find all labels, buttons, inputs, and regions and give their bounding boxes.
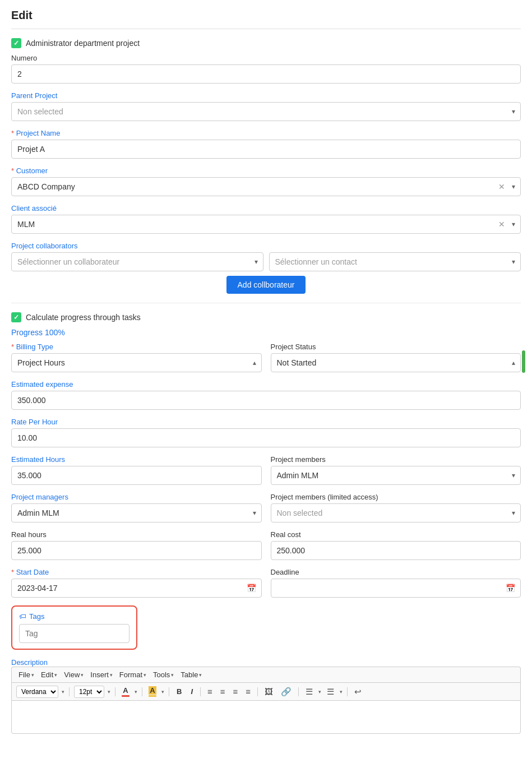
font-family-select[interactable]: Verdana (16, 686, 58, 698)
chevron-down-icon: ▾ (62, 689, 64, 695)
start-date-input[interactable] (11, 579, 262, 598)
parent-project-select[interactable]: Non selected (11, 102, 521, 121)
numero-input[interactable] (11, 64, 521, 84)
highlight-color-label: A (149, 686, 156, 695)
project-members-limited-select[interactable]: Non selected (271, 503, 521, 522)
align-left-button[interactable]: ≡ (205, 686, 215, 697)
project-managers-select-wrapper: Admin MLM ▾ (11, 503, 262, 522)
description-label: Description (11, 658, 48, 667)
chevron-down-icon: ▾ (108, 689, 110, 695)
billing-type-group: Billing Type Project Hours ▴ (11, 343, 262, 372)
project-name-label: Project Name (11, 129, 521, 137)
real-cost-label: Real cost (271, 530, 521, 539)
project-name-input[interactable] (11, 140, 521, 159)
admin-checkbox-row[interactable]: Administrator department project (11, 38, 521, 48)
toolbar-separator (169, 687, 169, 696)
billing-status-row: Billing Type Project Hours ▴ Project Sta… (11, 343, 521, 380)
chevron-down-icon: ▾ (81, 672, 84, 678)
rate-per-hour-input[interactable] (11, 428, 521, 447)
bold-button[interactable]: B (174, 686, 184, 697)
ordered-list-button[interactable]: ☰ (325, 686, 336, 698)
font-size-select[interactable]: 12pt (74, 686, 104, 698)
project-members-col: Project members Admin MLM ▾ (271, 455, 521, 493)
billing-type-col: Billing Type Project Hours ▴ (11, 343, 262, 380)
insert-link-button[interactable]: 🔗 (279, 686, 294, 698)
project-status-select-wrapper: Not Started ▴ (271, 353, 521, 372)
customer-select[interactable]: ABCD Company (11, 177, 521, 196)
edit-menu[interactable]: Edit ▾ (39, 669, 59, 680)
file-menu[interactable]: File ▾ (16, 669, 36, 680)
unordered-list-button[interactable]: ☰ (303, 686, 315, 698)
clear-client-icon[interactable]: ✕ (498, 220, 505, 229)
editor-toolbar-row1: File ▾ Edit ▾ View ▾ Insert ▾ Format ▾ T… (11, 667, 521, 682)
calculate-progress-row[interactable]: Calculate progress through tasks (11, 312, 521, 322)
billing-type-select[interactable]: Project Hours (11, 353, 262, 372)
insert-menu[interactable]: Insert ▾ (88, 669, 115, 680)
page-title: Edit (11, 9, 521, 29)
parent-project-select-wrapper: Non selected ▾ (11, 102, 521, 121)
insert-image-button[interactable]: 🖼 (262, 686, 275, 697)
clear-customer-icon[interactable]: ✕ (498, 182, 505, 191)
managers-members-limited-row: Project managers Admin MLM ▾ Project mem… (11, 493, 521, 530)
admin-checkbox[interactable] (11, 38, 21, 48)
real-hours-col: Real hours (11, 530, 262, 568)
tag-input[interactable] (19, 624, 129, 643)
align-right-button[interactable]: ≡ (231, 686, 240, 697)
project-status-label: Project Status (271, 343, 521, 351)
collaborateur-select[interactable]: Sélectionner un collaborateur (11, 252, 263, 271)
collaborateur-select-wrapper: Sélectionner un collaborateur ▾ (11, 252, 263, 271)
align-justify-button[interactable]: ≡ (243, 686, 253, 697)
description-editor[interactable] (11, 700, 521, 734)
customer-label: Customer (11, 167, 521, 175)
client-associe-select[interactable]: MLM (11, 215, 521, 234)
est-hours-members-row: Estimated Hours Project members Admin ML… (11, 455, 521, 493)
parent-project-group: Parent Project Non selected ▾ (11, 91, 521, 121)
project-managers-select[interactable]: Admin MLM (11, 503, 262, 522)
real-hours-group: Real hours (11, 530, 262, 560)
calculate-progress-checkbox[interactable] (11, 312, 21, 322)
font-color-label: A (123, 686, 128, 695)
view-menu[interactable]: View ▾ (62, 669, 86, 680)
estimated-expense-input[interactable] (11, 391, 521, 410)
align-center-button[interactable]: ≡ (218, 686, 228, 697)
client-associe-label: Client associé (11, 204, 521, 212)
deadline-col: Deadline 📅 (271, 568, 521, 605)
project-members-limited-col: Project members (limited access) Non sel… (271, 493, 521, 530)
file-menu-label: File (18, 670, 30, 679)
italic-button[interactable]: I (188, 686, 196, 697)
project-managers-group: Project managers Admin MLM ▾ (11, 493, 262, 522)
project-status-select[interactable]: Not Started (271, 353, 521, 372)
table-menu[interactable]: Table ▾ (178, 669, 204, 680)
font-color-indicator (122, 695, 129, 697)
highlight-color-button[interactable]: A (147, 685, 158, 698)
dates-row: Start Date 📅 Deadline 📅 (11, 568, 521, 605)
project-members-select[interactable]: Admin MLM (271, 466, 521, 485)
deadline-label: Deadline (271, 568, 521, 576)
deadline-input[interactable] (271, 579, 521, 598)
highlight-color-chevron: ▾ (161, 689, 164, 695)
rate-per-hour-label: Rate Per Hour (11, 418, 521, 426)
real-cost-input[interactable] (271, 541, 521, 560)
toolbar-separator (200, 687, 201, 696)
tags-section: 🏷 Tags (11, 605, 137, 650)
start-date-wrapper: 📅 (11, 579, 262, 598)
numero-group: Numero (11, 54, 521, 84)
real-hours-input[interactable] (11, 541, 262, 560)
undo-button[interactable]: ↩ (352, 686, 364, 698)
contact-select[interactable]: Sélectionner un contact (269, 252, 521, 271)
deadline-wrapper: 📅 (271, 579, 521, 598)
project-members-select-wrapper: Admin MLM ▾ (271, 466, 521, 485)
format-menu[interactable]: Format ▾ (117, 669, 149, 680)
estimated-hours-input[interactable] (11, 466, 262, 485)
add-collaborateur-button[interactable]: Add collborateur (226, 276, 306, 294)
contact-select-wrapper: Sélectionner un contact ▾ (269, 252, 521, 271)
font-color-button[interactable]: A (120, 685, 131, 698)
project-members-label: Project members (271, 455, 521, 464)
real-cost-col: Real cost (271, 530, 521, 568)
estimated-expense-group: Estimated expense (11, 380, 521, 410)
tools-menu[interactable]: Tools ▾ (151, 669, 176, 680)
client-associe-select-wrapper: MLM ✕ ▾ (11, 215, 521, 234)
estimated-hours-col: Estimated Hours (11, 455, 262, 493)
chevron-down-icon: ▾ (110, 672, 113, 678)
toolbar-separator (347, 687, 348, 696)
